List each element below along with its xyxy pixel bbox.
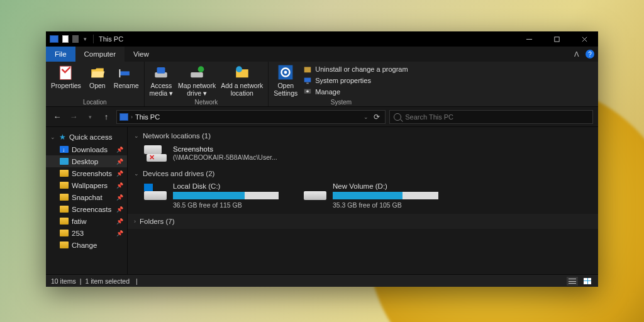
refresh-button[interactable]: ⟳ bbox=[371, 113, 382, 121]
svg-rect-6 bbox=[119, 69, 120, 77]
collapse-icon[interactable]: ⌄ bbox=[134, 133, 139, 139]
this-pc-icon bbox=[50, 35, 58, 43]
pin-icon: 📌 bbox=[116, 206, 123, 213]
section-devices-drives[interactable]: ⌄ Devices and drives (2) bbox=[128, 167, 598, 180]
sidebar-item-fatiw[interactable]: fatiw 📌 bbox=[46, 215, 127, 227]
rename-icon bbox=[118, 64, 135, 80]
access-media-button[interactable]: Access media ▾ bbox=[147, 63, 176, 98]
folder-icon bbox=[60, 170, 69, 177]
collapse-icon[interactable]: ⌄ bbox=[134, 170, 139, 177]
pin-icon: 📌 bbox=[116, 230, 123, 236]
sidebar[interactable]: ⌄ ★ Quick access ↓ Downloads 📌 Desktop 📌… bbox=[46, 127, 128, 274]
open-settings-button[interactable]: Open Settings bbox=[271, 63, 300, 98]
sidebar-item-screencasts[interactable]: Screencasts 📌 bbox=[46, 203, 127, 215]
qat-dropdown[interactable]: ▾ bbox=[82, 36, 88, 42]
svg-rect-15 bbox=[304, 67, 311, 73]
statusbar: 10 items | 1 item selected | bbox=[46, 274, 598, 287]
pin-icon: 📌 bbox=[116, 170, 123, 177]
maximize-button[interactable] bbox=[543, 31, 570, 47]
address-input[interactable]: › This PC ⌄ ⟳ bbox=[116, 110, 386, 124]
group-label-system: System bbox=[269, 99, 413, 106]
status-selected: 1 item selected bbox=[85, 277, 130, 285]
drive-c[interactable]: Local Disk (C:) 36.5 GB free of 115 GB bbox=[144, 182, 279, 209]
explorer-window: ▾ This PC File Computer View ᐱ ? Propert bbox=[46, 31, 598, 287]
system-properties-button[interactable]: System properties bbox=[301, 75, 409, 86]
nav-up-button[interactable]: ↑ bbox=[100, 111, 113, 123]
search-placeholder: Search This PC bbox=[405, 113, 453, 121]
titlebar[interactable]: ▾ This PC bbox=[46, 31, 598, 47]
usage-bar bbox=[173, 192, 279, 199]
drive-d[interactable]: New Volume (D:) 35.3 GB free of 105 GB bbox=[304, 182, 438, 209]
sidebar-item-desktop[interactable]: Desktop 📌 bbox=[46, 155, 127, 167]
sidebar-item-screenshots[interactable]: Screenshots 📌 bbox=[46, 167, 127, 179]
network-location-item[interactable]: ✕ Screenshots (\\MACBOOKAIR-5B8A\Mac\Use… bbox=[128, 142, 598, 167]
collapse-icon[interactable]: ⌄ bbox=[50, 134, 56, 140]
folder-icon bbox=[60, 218, 69, 225]
rename-button[interactable]: Rename bbox=[111, 63, 142, 91]
properties-button[interactable]: Properties bbox=[48, 63, 84, 91]
add-network-location-button[interactable]: Add a network location bbox=[218, 63, 265, 98]
manage-button[interactable]: Manage bbox=[301, 87, 409, 97]
folder-icon bbox=[60, 242, 69, 248]
netloc-name: Screenshots bbox=[173, 145, 277, 153]
folder-icon bbox=[60, 206, 69, 213]
svg-point-10 bbox=[198, 66, 204, 72]
content-pane[interactable]: ⌄ Network locations (1) ✕ Screenshots (\… bbox=[128, 127, 598, 274]
group-label-network: Network bbox=[145, 99, 269, 106]
ribbon-group-location: Properties Open Rename Location bbox=[46, 62, 145, 106]
svg-rect-9 bbox=[191, 72, 203, 77]
add-location-icon bbox=[234, 64, 250, 80]
section-folders[interactable]: › Folders (7) bbox=[128, 214, 598, 229]
minimize-button[interactable] bbox=[515, 31, 543, 47]
drive-icon bbox=[144, 182, 167, 200]
sidebar-item-change[interactable]: Change bbox=[46, 239, 127, 251]
sidebar-item-wallpapers[interactable]: Wallpapers 📌 bbox=[46, 179, 127, 191]
open-button[interactable]: Open bbox=[84, 63, 111, 91]
settings-gear-icon bbox=[277, 64, 294, 80]
tab-computer[interactable]: Computer bbox=[75, 47, 125, 62]
folder-icon bbox=[60, 194, 69, 201]
doc-icon[interactable] bbox=[62, 35, 69, 43]
view-large-icons-button[interactable] bbox=[582, 277, 593, 286]
usage-bar bbox=[333, 192, 438, 199]
nav-forward-button[interactable]: → bbox=[67, 111, 80, 123]
netloc-path: (\\MACBOOKAIR-5B8A\Mac\User... bbox=[173, 153, 277, 162]
collapse-ribbon-icon[interactable]: ᐱ bbox=[574, 50, 579, 58]
uninstall-program-button[interactable]: Uninstall or change a program bbox=[301, 64, 409, 74]
sidebar-item-downloads[interactable]: ↓ Downloads 📌 bbox=[46, 143, 127, 155]
search-input[interactable]: Search This PC bbox=[389, 110, 593, 124]
address-bar: ← → ▾ ↑ › This PC ⌄ ⟳ Search This PC bbox=[46, 107, 598, 127]
svg-rect-17 bbox=[307, 83, 309, 84]
close-button[interactable] bbox=[570, 31, 598, 47]
network-drive-icon bbox=[189, 64, 205, 80]
view-details-button[interactable] bbox=[567, 277, 578, 286]
desktop-icon bbox=[60, 158, 69, 165]
ribbon-group-network: Access media ▾ Map network drive ▾ Add a… bbox=[145, 62, 269, 106]
section-network-locations[interactable]: ⌄ Network locations (1) bbox=[128, 130, 598, 142]
chevron-right-icon: › bbox=[131, 114, 133, 120]
search-icon bbox=[394, 113, 401, 121]
open-icon bbox=[89, 64, 106, 80]
map-network-drive-button[interactable]: Map network drive ▾ bbox=[175, 63, 218, 98]
tab-view[interactable]: View bbox=[125, 47, 158, 62]
help-button[interactable]: ? bbox=[586, 50, 594, 58]
tab-file[interactable]: File bbox=[46, 47, 75, 62]
sidebar-quick-access[interactable]: ⌄ ★ Quick access bbox=[46, 131, 127, 143]
sidebar-item-snapchat[interactable]: Snapchat 📌 bbox=[46, 191, 127, 203]
this-pc-addr-icon bbox=[119, 113, 128, 121]
drive-icon bbox=[304, 182, 326, 200]
network-drive-icon: ✕ bbox=[144, 145, 167, 162]
sidebar-item-253[interactable]: 253 📌 bbox=[46, 227, 127, 239]
access-media-icon bbox=[153, 64, 169, 80]
grey-icon[interactable] bbox=[72, 35, 79, 43]
breadcrumb[interactable]: This PC bbox=[135, 113, 160, 121]
group-label-location: Location bbox=[46, 99, 144, 106]
folder-icon bbox=[60, 182, 69, 189]
nav-recent-button[interactable]: ▾ bbox=[84, 111, 96, 123]
star-icon: ★ bbox=[59, 133, 66, 142]
expand-icon[interactable]: › bbox=[134, 218, 136, 225]
chevron-down-icon[interactable]: ⌄ bbox=[364, 114, 369, 120]
svg-rect-5 bbox=[120, 71, 130, 75]
ribbon-group-system: Open Settings Uninstall or change a prog… bbox=[269, 62, 413, 106]
nav-back-button[interactable]: ← bbox=[51, 111, 64, 123]
